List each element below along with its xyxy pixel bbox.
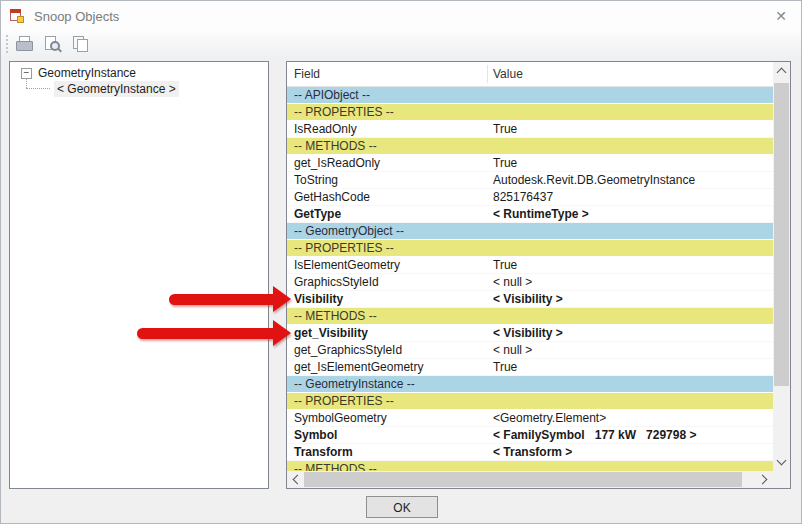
copy-button[interactable] — [69, 33, 91, 55]
table-row[interactable]: GraphicsStyleId < null > — [287, 274, 773, 291]
toolbar-grip[interactable] — [6, 35, 8, 53]
table-row[interactable]: SymbolGeometry <Geometry.Element> — [287, 410, 773, 427]
form-icon — [10, 8, 26, 24]
value-cell: True — [493, 121, 517, 138]
chevron-up-icon — [777, 68, 787, 78]
field-cell: IsElementGeometry — [294, 257, 400, 274]
scroll-up-button[interactable] — [773, 62, 790, 79]
value-cell: <Geometry.Element> — [493, 410, 606, 427]
value-cell: True — [493, 359, 517, 376]
table-row[interactable]: Transform < Transform > — [287, 444, 773, 461]
field-value-list: Field Value -- APIObject -- -- PROPERTIE… — [286, 61, 791, 489]
field-cell: SymbolGeometry — [294, 410, 387, 427]
chevron-down-icon — [777, 456, 787, 466]
table-row[interactable]: GetHashCode 825176437 — [287, 189, 773, 206]
scroll-right-button[interactable] — [756, 471, 773, 488]
annotation-arrow-get-visibility — [137, 320, 291, 347]
table-row[interactable]: ToString Autodesk.Revit.DB.GeometryInsta… — [287, 172, 773, 189]
value-cell: < Visibility > — [493, 325, 563, 342]
value-cell: < null > — [493, 274, 532, 291]
field-cell: -- METHODS -- — [294, 138, 377, 155]
field-cell: get_GraphicsStyleId — [294, 342, 402, 359]
scroll-down-button[interactable] — [773, 454, 790, 471]
column-header-field[interactable]: Field — [294, 67, 320, 81]
table-row[interactable]: get_IsReadOnly True — [287, 155, 773, 172]
field-cell: GraphicsStyleId — [294, 274, 379, 291]
value-cell: True — [493, 155, 517, 172]
value-cell: < RuntimeType > — [493, 206, 589, 223]
field-cell: IsReadOnly — [294, 121, 357, 138]
value-cell: < Transform > — [493, 444, 572, 461]
table-row[interactable]: get_Visibility < Visibility > — [287, 325, 773, 342]
table-row[interactable]: -- METHODS -- — [287, 308, 773, 325]
field-cell: -- GeometryObject -- — [294, 223, 404, 240]
collapse-icon[interactable]: − — [21, 68, 32, 79]
field-cell: -- PROPERTIES -- — [294, 240, 394, 257]
table-row[interactable]: -- APIObject -- — [287, 87, 773, 104]
vertical-scrollbar[interactable] — [773, 62, 790, 471]
field-cell: -- APIObject -- — [294, 87, 370, 104]
tree-node-root[interactable]: GeometryInstance — [38, 65, 136, 81]
field-cell: ToString — [294, 172, 338, 189]
value-cell: < FamilySymbol 177 kW 729798 > — [493, 427, 696, 444]
field-cell: -- GeometryInstance -- — [294, 376, 415, 393]
vertical-scrollbar-thumb[interactable] — [774, 83, 789, 386]
ok-button[interactable]: OK — [366, 496, 438, 518]
table-row[interactable]: IsReadOnly True — [287, 121, 773, 138]
field-cell: Transform — [294, 444, 353, 461]
list-header: Field Value — [287, 62, 773, 87]
tree-connector — [26, 79, 27, 88]
field-cell: Symbol — [294, 427, 337, 444]
value-cell: < Visibility > — [493, 291, 563, 308]
value-cell: True — [493, 257, 517, 274]
table-row[interactable]: -- GeometryInstance -- — [287, 376, 773, 393]
print-button[interactable] — [13, 33, 35, 55]
tree-node-child[interactable]: < GeometryInstance > — [54, 81, 179, 97]
value-cell: Autodesk.Revit.DB.GeometryInstance — [493, 172, 695, 189]
field-cell: get_IsReadOnly — [294, 155, 380, 172]
toolbar — [1, 31, 801, 57]
column-separator[interactable] — [487, 65, 488, 83]
field-cell: get_Visibility — [294, 325, 368, 342]
horizontal-scrollbar[interactable] — [287, 471, 790, 488]
column-header-value[interactable]: Value — [493, 67, 523, 81]
field-cell: get_IsElementGeometry — [294, 359, 423, 376]
chevron-right-icon — [758, 475, 768, 485]
field-cell: -- PROPERTIES -- — [294, 393, 394, 410]
scroll-left-button[interactable] — [287, 471, 304, 488]
value-cell: 825176437 — [493, 189, 553, 206]
table-row[interactable]: -- PROPERTIES -- — [287, 240, 773, 257]
table-row[interactable]: -- METHODS -- — [287, 138, 773, 155]
chevron-left-icon — [293, 475, 303, 485]
field-cell: -- METHODS -- — [294, 308, 377, 325]
tree-connector — [26, 88, 50, 89]
table-row[interactable]: -- PROPERTIES -- — [287, 104, 773, 121]
field-cell: Visibility — [294, 291, 343, 308]
arrow-head-icon — [273, 286, 291, 312]
print-preview-button[interactable] — [41, 33, 63, 55]
field-value-table-body: -- APIObject -- -- PROPERTIES -- IsReadO… — [287, 87, 773, 471]
field-cell: GetHashCode — [294, 189, 370, 206]
table-row[interactable]: GetType < RuntimeType > — [287, 206, 773, 223]
object-tree: − GeometryInstance < GeometryInstance > — [9, 61, 269, 489]
field-cell: GetType — [294, 206, 341, 223]
window-title: Snoop Objects — [34, 9, 119, 24]
annotation-arrow-visibility — [169, 286, 291, 313]
table-row[interactable]: get_GraphicsStyleId < null > — [287, 342, 773, 359]
table-row[interactable]: -- PROPERTIES -- — [287, 393, 773, 410]
table-row[interactable]: Symbol < FamilySymbol 177 kW 729798 > — [287, 427, 773, 444]
title-bar: Snoop Objects ✕ — [1, 1, 801, 31]
table-row[interactable]: -- GeometryObject -- — [287, 223, 773, 240]
table-row[interactable]: IsElementGeometry True — [287, 257, 773, 274]
horizontal-scrollbar-thumb[interactable] — [304, 472, 742, 487]
close-icon[interactable]: ✕ — [769, 6, 793, 26]
field-cell: -- METHODS -- — [294, 461, 377, 471]
arrow-head-icon — [273, 320, 291, 346]
field-cell: -- PROPERTIES -- — [294, 104, 394, 121]
value-cell: < null > — [493, 342, 532, 359]
table-row[interactable]: Visibility < Visibility > — [287, 291, 773, 308]
table-row[interactable]: -- METHODS -- — [287, 461, 773, 471]
table-row[interactable]: get_IsElementGeometry True — [287, 359, 773, 376]
snoop-objects-dialog: Snoop Objects ✕ − GeometryInstance < Geo… — [0, 0, 802, 524]
